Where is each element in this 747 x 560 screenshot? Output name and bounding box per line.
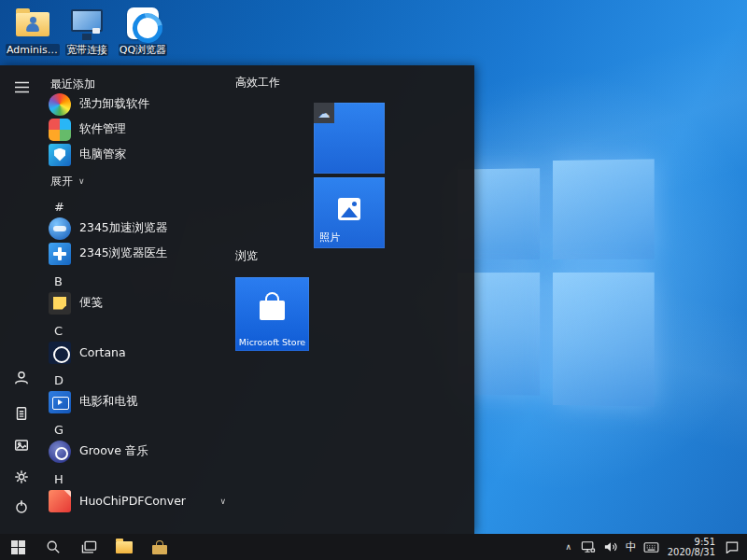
section-letter-g[interactable]: G	[45, 420, 235, 439]
desktop-icon-qq-browser[interactable]: QQ浏览器	[116, 7, 170, 60]
app-item-label: Groove 音乐	[79, 443, 148, 459]
system-tray: ∧ 中 9:51 2020/8/31	[563, 534, 747, 560]
chevron-down-icon: ∨	[219, 497, 226, 506]
windows-flag-icon	[11, 540, 25, 554]
tile-photos[interactable]: 照片	[314, 177, 385, 248]
shopping-bag-icon	[152, 540, 167, 554]
app-item-uninstaller[interactable]: 强力卸载软件	[45, 91, 235, 117]
section-letter-h[interactable]: H	[45, 469, 235, 488]
start-button[interactable]	[0, 534, 35, 560]
groove-music-icon	[49, 441, 71, 463]
app-item-movies-tv[interactable]: 电影和电视	[45, 389, 235, 414]
taskbar-store-button[interactable]	[142, 534, 177, 560]
search-icon	[46, 539, 61, 554]
task-view-icon	[81, 540, 97, 554]
section-letter-b[interactable]: B	[45, 272, 235, 290]
desktop-icon-administrator[interactable]: Administra...	[6, 7, 60, 60]
taskbar-search-button[interactable]	[35, 534, 71, 560]
taskbar-file-explorer-button[interactable]	[106, 534, 142, 560]
expand-button[interactable]: 展开 ∨	[45, 171, 235, 191]
tile-microsoft-store[interactable]: Microsoft Store	[235, 277, 309, 351]
app-item-label: 2345加速浏览器	[79, 220, 167, 236]
user-account-button[interactable]	[11, 368, 32, 388]
tile-label: Microsoft Store	[235, 337, 309, 347]
app-item-2345-browser-doctor[interactable]: 2345浏览器医生	[45, 241, 235, 266]
qq-browser-icon	[124, 7, 162, 39]
2345-browser-doctor-icon	[49, 243, 71, 265]
movies-tv-icon	[49, 391, 71, 413]
app-item-label: HuoChiPDFConver	[79, 494, 186, 508]
network-icon[interactable]	[581, 538, 597, 556]
volume-icon[interactable]	[603, 538, 619, 556]
app-item-2345-speed-browser[interactable]: 2345加速浏览器	[45, 216, 235, 241]
store-bag-icon	[260, 292, 285, 320]
app-list: 最近添加 强力卸载软件 软件管理 电脑管家 展开 ∨ # 2345加速浏览器	[45, 65, 235, 534]
broadband-monitor-icon	[68, 7, 106, 39]
app-item-label: 软件管理	[79, 121, 126, 137]
cloud-icon: ☁	[314, 103, 334, 123]
recently-added-header: 最近添加	[45, 77, 235, 91]
sticky-notes-icon	[49, 292, 71, 315]
tile-group-header-productivity[interactable]: 高效工作	[235, 75, 280, 91]
pictures-button[interactable]	[11, 435, 32, 455]
folder-icon	[116, 541, 133, 553]
start-menu: 最近添加 强力卸载软件 软件管理 电脑管家 展开 ∨ # 2345加速浏览器	[0, 65, 474, 534]
user-folder-icon	[14, 7, 51, 39]
hidden-icons-chevron[interactable]: ∧	[563, 542, 574, 552]
pc-manager-icon	[49, 144, 71, 166]
app-item-label: 电影和电视	[79, 394, 138, 410]
app-item-label: 强力卸载软件	[79, 96, 149, 112]
app-item-pc-manager[interactable]: 电脑管家	[45, 142, 235, 167]
desktop-icon-label: QQ浏览器	[119, 44, 167, 56]
software-manager-icon	[49, 119, 71, 141]
desktop-icon-label: 宽带连接	[65, 44, 108, 56]
2345-speed-browser-icon	[49, 217, 71, 240]
app-item-software-manager[interactable]: 软件管理	[45, 117, 235, 142]
documents-button[interactable]	[11, 403, 32, 424]
tile-onedrive[interactable]: ☁	[314, 103, 385, 174]
touch-keyboard-icon[interactable]	[643, 538, 659, 556]
expand-label: 展开	[50, 174, 73, 189]
desktop: Administra... 宽带连接 QQ浏览器	[0, 0, 747, 560]
settings-gear-icon[interactable]	[11, 467, 32, 487]
action-center-icon[interactable]	[724, 538, 740, 556]
windows-logo	[458, 159, 656, 406]
photos-icon	[338, 198, 360, 220]
hamburger-menu-button[interactable]	[11, 77, 32, 97]
desktop-icon-label: Administra...	[6, 44, 60, 56]
taskbar: ∧ 中 9:51 2020/8/31	[0, 534, 747, 560]
app-item-label: 电脑管家	[79, 147, 126, 162]
start-menu-rail	[0, 65, 45, 534]
pdf-converter-icon	[49, 490, 71, 512]
task-view-button[interactable]	[71, 534, 106, 560]
app-item-label: Cortana	[79, 345, 126, 359]
app-item-cortana[interactable]: Cortana	[45, 340, 235, 365]
app-item-label: 2345浏览器医生	[79, 245, 167, 261]
section-letter-hash[interactable]: #	[45, 197, 235, 216]
power-button[interactable]	[11, 497, 32, 517]
section-letter-d[interactable]: D	[45, 371, 235, 389]
uninstaller-icon	[49, 93, 71, 116]
app-item-pdf-converter[interactable]: HuoChiPDFConver ∨	[45, 488, 235, 513]
cortana-icon	[49, 342, 71, 364]
tile-area: 高效工作 ☁ 照片 浏览 Microsoft Store	[235, 65, 474, 534]
tile-label: 照片	[319, 231, 340, 245]
app-item-groove-music[interactable]: Groove 音乐	[45, 439, 235, 464]
app-item-label: 便笺	[79, 295, 103, 311]
taskbar-clock[interactable]: 9:51 2020/8/31	[666, 537, 717, 558]
section-letter-c[interactable]: C	[45, 321, 235, 340]
app-item-sticky-notes[interactable]: 便笺	[45, 290, 235, 315]
ime-indicator[interactable]: 中	[626, 534, 637, 560]
chevron-down-icon: ∨	[78, 176, 85, 186]
clock-time: 9:51	[668, 537, 715, 548]
clock-date: 2020/8/31	[668, 547, 715, 558]
tile-group-header-browse[interactable]: 浏览	[235, 248, 258, 264]
desktop-icon-broadband[interactable]: 宽带连接	[60, 7, 114, 60]
